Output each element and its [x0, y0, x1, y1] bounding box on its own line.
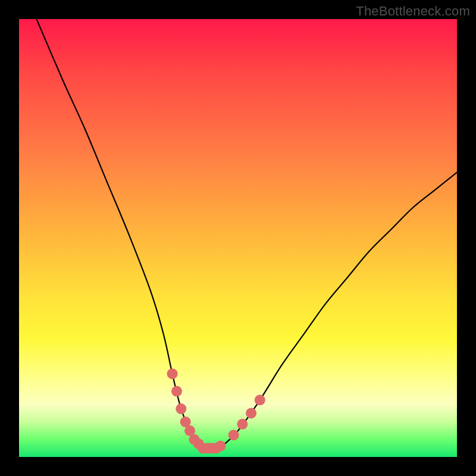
- curve-marker: [228, 430, 239, 440]
- curve-marker: [167, 368, 178, 379]
- watermark-text: TheBottleneck.com: [356, 4, 470, 19]
- bottleneck-curve: [36, 19, 457, 449]
- chart-svg: [19, 19, 457, 457]
- curve-marker: [237, 419, 248, 430]
- curve-marker: [176, 403, 186, 414]
- curve-marker: [171, 386, 182, 397]
- outer-frame: TheBottleneck.com: [0, 0, 476, 476]
- plot-area: [19, 19, 457, 457]
- curve-marker: [255, 394, 265, 405]
- curve-marker: [215, 441, 226, 452]
- curve-marker: [246, 408, 256, 418]
- curve-markers: [167, 368, 265, 453]
